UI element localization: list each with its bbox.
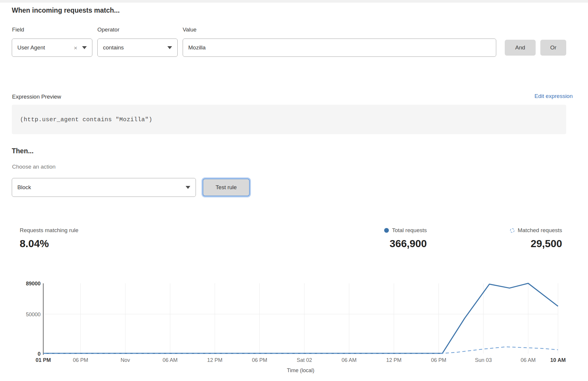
matched-requests-dashed-circle-icon: [510, 228, 514, 233]
value-label: Value: [183, 26, 196, 33]
expression-preview-label: Expression Preview: [12, 94, 61, 100]
total-requests-label: Total requests: [392, 227, 427, 234]
chevron-down-icon: [186, 186, 190, 189]
clear-field-icon[interactable]: ×: [74, 45, 77, 51]
edit-expression-link[interactable]: Edit expression: [534, 93, 573, 99]
x-tick-label: 12 PM: [207, 357, 222, 363]
value-input[interactable]: [183, 39, 496, 57]
operator-label: Operator: [97, 26, 119, 33]
matched-requests-label: Matched requests: [518, 227, 562, 234]
field-label: Field: [12, 26, 24, 33]
y-tick-label: 50000: [26, 312, 41, 317]
chevron-down-icon: [167, 46, 172, 49]
x-tick-label: 06 AM: [342, 357, 357, 363]
y-tick-label: 0: [38, 351, 41, 357]
total-requests-stat: Total requests 366,900: [384, 227, 427, 249]
x-tick-label: 06 PM: [431, 357, 446, 363]
expression-code: (http.user_agent contains "Mozilla"): [20, 116, 152, 123]
total-requests-line: [43, 283, 558, 353]
action-row: Block Test rule: [12, 178, 250, 197]
requests-matching-stat: Requests matching rule 8.04%: [20, 227, 79, 249]
field-select[interactable]: User Agent ×: [12, 39, 92, 57]
matched-requests-line: [43, 347, 558, 354]
top-divider: [0, 0, 588, 3]
x-tick-label: 06 PM: [73, 357, 88, 363]
test-rule-button[interactable]: Test rule: [203, 179, 250, 196]
or-button[interactable]: Or: [540, 40, 566, 56]
operator-select[interactable]: contains: [97, 39, 178, 57]
action-select[interactable]: Block: [12, 178, 196, 197]
chevron-down-icon: [82, 46, 87, 49]
x-tick-label: 06 AM: [163, 357, 178, 363]
choose-action-label: Choose an action: [12, 164, 56, 170]
x-tick-label: 12 PM: [386, 357, 402, 363]
action-select-value: Block: [17, 184, 186, 191]
requests-matching-value: 8.04%: [20, 238, 79, 249]
x-tick-label: 01 PM: [36, 357, 51, 363]
then-heading: Then...: [12, 147, 34, 155]
firewall-rule-page: When incoming requests match... Field Op…: [0, 0, 588, 381]
operator-select-value: contains: [103, 44, 167, 51]
matched-requests-value: 29,500: [510, 238, 562, 249]
x-tick-label: Nov: [121, 357, 130, 363]
rule-condition-row: User Agent × contains And Or: [12, 39, 566, 57]
x-tick-label: 06 AM: [521, 357, 536, 363]
field-select-value: User Agent: [17, 44, 74, 51]
match-heading: When incoming requests match...: [12, 6, 120, 14]
requests-chart: 0500008900001 PM06 PMNov06 AM12 PM06 PMS…: [0, 274, 588, 378]
requests-matching-label: Requests matching rule: [20, 227, 79, 234]
x-tick-label: Sun 03: [475, 357, 492, 363]
and-button[interactable]: And: [505, 40, 536, 56]
expression-preview-box: (http.user_agent contains "Mozilla"): [12, 105, 566, 134]
x-axis-title: Time (local): [287, 367, 314, 373]
x-tick-label: Sat 02: [297, 357, 312, 363]
total-requests-value: 366,900: [384, 238, 427, 249]
matched-requests-stat: Matched requests 29,500: [510, 227, 562, 249]
total-requests-dot-icon: [384, 228, 389, 233]
y-tick-label: 89000: [26, 281, 41, 287]
x-tick-label: 06 PM: [252, 357, 267, 363]
x-tick-label: 10 AM: [550, 357, 566, 363]
